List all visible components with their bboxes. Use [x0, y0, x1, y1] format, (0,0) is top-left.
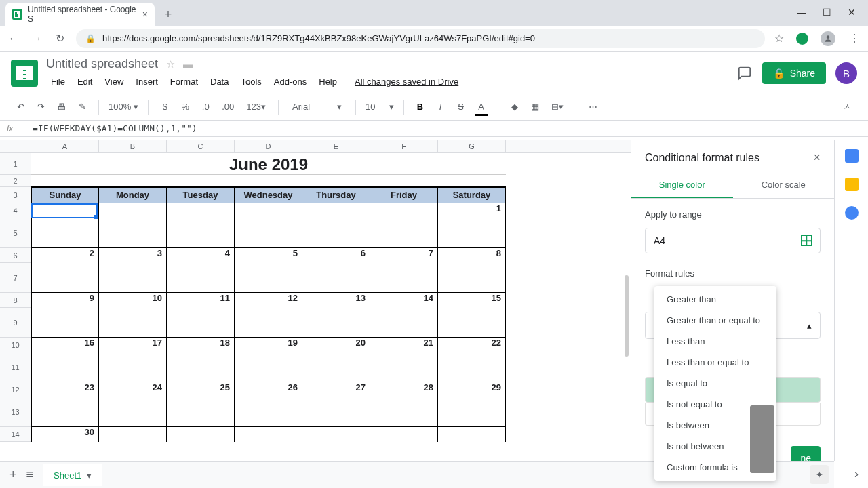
- calendar-blank-cell[interactable]: [235, 218, 302, 248]
- calendar-blank-cell[interactable]: [302, 397, 370, 427]
- menu-format[interactable]: Format: [165, 74, 203, 89]
- chrome-menu-icon[interactable]: ⋮: [848, 32, 861, 45]
- calendar-date-cell[interactable]: 5: [235, 248, 302, 263]
- dropdown-scrollbar[interactable]: [750, 405, 774, 473]
- menu-view[interactable]: View: [100, 74, 128, 89]
- calendar-blank-cell[interactable]: [370, 263, 438, 293]
- calendar-blank-cell[interactable]: [302, 352, 370, 382]
- bold-icon[interactable]: B: [414, 99, 427, 115]
- strike-icon[interactable]: S: [454, 99, 468, 115]
- calendar-date-cell[interactable]: 19: [235, 338, 302, 352]
- dropdown-option[interactable]: Less than or equal to: [654, 352, 776, 373]
- calendar-date-cell[interactable]: 16: [31, 338, 99, 352]
- calendar-date-cell[interactable]: [167, 203, 235, 218]
- day-header-cell[interactable]: Thursday: [302, 187, 370, 203]
- calendar-blank-cell[interactable]: [235, 308, 302, 338]
- paint-format-icon[interactable]: ✎: [75, 99, 89, 115]
- calendar-blank-cell[interactable]: [438, 397, 506, 427]
- calendar-blank-cell[interactable]: [31, 397, 99, 427]
- forward-icon[interactable]: →: [30, 33, 43, 45]
- calendar-date-cell[interactable]: 8: [438, 248, 506, 263]
- menu-data[interactable]: Data: [205, 74, 233, 89]
- select-all-corner[interactable]: [0, 140, 31, 153]
- dropdown-option[interactable]: Greater than or equal to: [654, 310, 776, 331]
- day-header-cell[interactable]: Monday: [99, 187, 167, 203]
- calendar-date-cell[interactable]: 18: [167, 338, 235, 352]
- print-icon[interactable]: 🖶: [54, 99, 68, 115]
- calendar-blank-cell[interactable]: [99, 263, 167, 293]
- sheet-tab-1[interactable]: Sheet1 ▾: [43, 464, 102, 486]
- dropdown-option[interactable]: Greater than: [654, 289, 776, 310]
- menu-help[interactable]: Help: [314, 74, 342, 89]
- calendar-date-cell[interactable]: [235, 427, 302, 442]
- calendar-blank-cell[interactable]: [167, 263, 235, 293]
- more-tools-icon[interactable]: ⋯: [586, 99, 600, 115]
- calendar-date-cell[interactable]: 7: [370, 248, 438, 263]
- menu-tools[interactable]: Tools: [236, 74, 266, 89]
- calendar-date-cell[interactable]: 23: [31, 382, 99, 397]
- dropdown-option[interactable]: Is equal to: [654, 373, 776, 394]
- calendar-blank-cell[interactable]: [370, 218, 438, 248]
- row-header[interactable]: 8: [0, 293, 31, 308]
- font-select[interactable]: Arial▾: [288, 102, 346, 112]
- calendar-blank-cell[interactable]: [438, 218, 506, 248]
- column-header[interactable]: D: [235, 140, 302, 152]
- browser-tab[interactable]: Untitled spreadsheet - Google S ×: [5, 3, 155, 26]
- undo-icon[interactable]: ↶: [14, 99, 27, 115]
- day-header-cell[interactable]: Saturday: [438, 187, 506, 203]
- select-range-icon[interactable]: [801, 235, 812, 246]
- expand-rail-icon[interactable]: ›: [854, 467, 859, 481]
- calendar-blank-cell[interactable]: [167, 352, 235, 382]
- collapse-toolbar-icon[interactable]: ㅅ: [840, 98, 854, 116]
- merge-icon[interactable]: ⊟▾: [549, 99, 566, 115]
- add-sheet-button[interactable]: +: [9, 468, 17, 482]
- zoom-select[interactable]: 100% ▾: [108, 102, 138, 112]
- close-tab-icon[interactable]: ×: [142, 9, 148, 20]
- close-panel-icon[interactable]: ×: [813, 150, 821, 165]
- calendar-blank-cell[interactable]: [438, 263, 506, 293]
- row-header[interactable]: 6: [0, 248, 31, 263]
- calendar-blank-cell[interactable]: [438, 308, 506, 338]
- calendar-date-cell[interactable]: 1: [438, 203, 506, 218]
- row-header[interactable]: 3: [0, 187, 31, 203]
- text-color-icon[interactable]: A: [475, 99, 488, 115]
- account-avatar[interactable]: B: [835, 62, 857, 84]
- row-header[interactable]: 9: [0, 308, 31, 338]
- share-button[interactable]: 🔒 Share: [762, 62, 826, 84]
- row-header[interactable]: 1: [0, 153, 31, 175]
- row-header[interactable]: 10: [0, 338, 31, 352]
- column-header[interactable]: E: [302, 140, 370, 152]
- calendar-blank-cell[interactable]: [31, 218, 99, 248]
- calendar-date-cell[interactable]: 21: [370, 338, 438, 352]
- url-input[interactable]: 🔒 https://docs.google.com/spreadsheets/d…: [76, 29, 765, 48]
- currency-icon[interactable]: $: [158, 99, 172, 115]
- column-header[interactable]: B: [99, 140, 167, 152]
- formula-input[interactable]: =IF(WEEKDAY($A1)=COLUMN(),1,""): [33, 123, 197, 134]
- maximize-icon[interactable]: ☐: [823, 7, 831, 18]
- calendar-date-cell[interactable]: 29: [438, 382, 506, 397]
- range-input[interactable]: A4: [645, 228, 821, 253]
- calendar-blank-cell[interactable]: [302, 263, 370, 293]
- calendar-blank-cell[interactable]: [31, 308, 99, 338]
- calendar-date-cell[interactable]: 6: [302, 248, 370, 263]
- calendar-blank-cell[interactable]: [370, 352, 438, 382]
- extension-icon[interactable]: [796, 33, 808, 45]
- more-formats-icon[interactable]: 123▾: [243, 99, 269, 115]
- row-header[interactable]: 7: [0, 263, 31, 293]
- calendar-date-cell[interactable]: [167, 427, 235, 442]
- new-tab-button[interactable]: +: [159, 5, 178, 24]
- tab-single-color[interactable]: Single color: [631, 173, 733, 198]
- calendar-date-cell[interactable]: 20: [302, 338, 370, 352]
- calendar-date-cell[interactable]: 3: [99, 248, 167, 263]
- column-header[interactable]: C: [167, 140, 235, 152]
- calendar-date-cell[interactable]: [235, 203, 302, 218]
- redo-icon[interactable]: ↷: [34, 99, 47, 115]
- calendar-date-cell[interactable]: 27: [302, 382, 370, 397]
- calendar-date-cell[interactable]: [370, 427, 438, 442]
- calendar-blank-cell[interactable]: [370, 308, 438, 338]
- calendar-date-cell[interactable]: 14: [370, 293, 438, 308]
- explore-button[interactable]: ✦: [810, 465, 829, 484]
- row-header[interactable]: 12: [0, 382, 31, 397]
- dropdown-option[interactable]: Less than: [654, 331, 776, 352]
- calendar-date-cell[interactable]: 11: [167, 293, 235, 308]
